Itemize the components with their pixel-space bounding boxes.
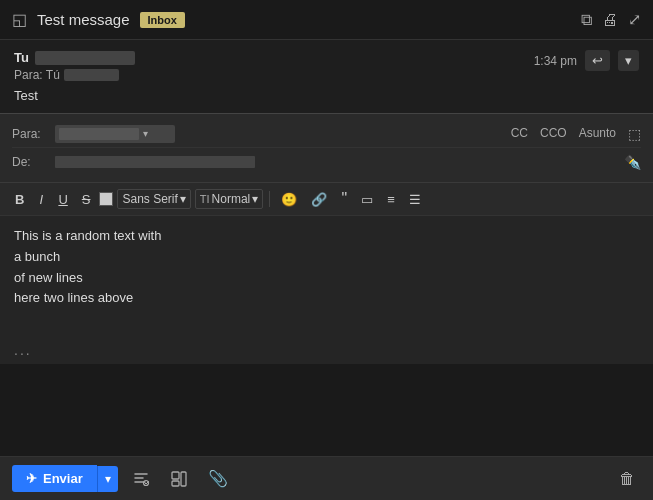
strikethrough-button[interactable]: S bbox=[77, 190, 96, 209]
cco-button[interactable]: CCO bbox=[540, 126, 567, 142]
svg-point-0 bbox=[143, 480, 148, 485]
email-view-panel: Tu Para: Tú 1:34 pm ↩ ▾ Test bbox=[0, 40, 653, 114]
body-line-4: here two lines above bbox=[14, 288, 639, 309]
font-size-ti-icon: TI bbox=[200, 193, 210, 205]
de-field-row: De: ✒️ bbox=[12, 148, 641, 176]
email-view-header: Tu Para: Tú 1:34 pm ↩ ▾ bbox=[14, 50, 639, 82]
top-header: ◱ Test message Inbox ⧉ 🖨 ⤢ bbox=[0, 0, 653, 40]
from-redacted bbox=[55, 156, 255, 168]
font-family-select[interactable]: Sans Serif ▾ bbox=[117, 189, 190, 209]
para-input-area[interactable]: ▾ bbox=[55, 125, 503, 143]
svg-rect-3 bbox=[181, 472, 186, 486]
email-body-subject: Test bbox=[14, 88, 639, 103]
window-icon-1[interactable]: ⧉ bbox=[581, 11, 592, 29]
body-line-1: This is a random text with bbox=[14, 226, 639, 247]
cc-button[interactable]: CC bbox=[511, 126, 528, 142]
sender-redacted bbox=[35, 51, 135, 65]
recipient-dropdown-icon[interactable]: ▾ bbox=[143, 128, 148, 139]
recipient-redacted-chip bbox=[59, 128, 139, 140]
reply-button[interactable]: ↩ bbox=[585, 50, 610, 71]
underline-button[interactable]: U bbox=[53, 190, 72, 209]
body-line-2: a bunch bbox=[14, 247, 639, 268]
compose-ellipsis[interactable]: ... bbox=[0, 336, 653, 364]
header-right: ⧉ 🖨 ⤢ bbox=[581, 10, 641, 29]
templates-icon bbox=[170, 470, 188, 488]
header-left: ◱ Test message Inbox bbox=[12, 10, 185, 29]
para-label: Para: bbox=[12, 127, 47, 141]
compose-fields: Para: ▾ CC CCO Asunto ⬚ De: bbox=[0, 114, 653, 183]
send-dropdown-button[interactable]: ▾ bbox=[97, 466, 118, 492]
app-container: ◱ Test message Inbox ⧉ 🖨 ⤢ Tu Para: Tú bbox=[0, 0, 653, 500]
block-button[interactable]: ▭ bbox=[356, 190, 378, 209]
more-actions-button[interactable]: ▾ bbox=[618, 50, 639, 71]
font-size-dropdown-icon: ▾ bbox=[252, 192, 258, 206]
sender-name: Tu bbox=[14, 50, 135, 65]
templates-button[interactable] bbox=[164, 466, 194, 492]
email-view-right: 1:34 pm ↩ ▾ bbox=[534, 50, 639, 71]
signature-icon[interactable]: ✒️ bbox=[624, 154, 641, 170]
recipient-redacted bbox=[64, 69, 119, 81]
font-size-select[interactable]: TI Normal ▾ bbox=[195, 189, 263, 209]
emoji-button[interactable]: 🙂 bbox=[276, 190, 302, 209]
para-field-row: Para: ▾ CC CCO Asunto ⬚ bbox=[12, 120, 641, 148]
expand-icon[interactable]: ⬚ bbox=[628, 126, 641, 142]
email-subject-title: Test message bbox=[37, 11, 130, 28]
ordered-list-button[interactable]: ≡ bbox=[382, 190, 400, 209]
attachment-button[interactable]: 📎 bbox=[202, 465, 234, 492]
compose-section: Para: ▾ CC CCO Asunto ⬚ De: bbox=[0, 114, 653, 500]
de-input-area[interactable] bbox=[55, 156, 616, 168]
compose-body[interactable]: This is a random text with a bunch of ne… bbox=[0, 216, 653, 336]
body-line-3: of new lines bbox=[14, 268, 639, 289]
svg-rect-2 bbox=[172, 481, 179, 486]
email-time: 1:34 pm bbox=[534, 54, 577, 68]
toolbar-divider-1 bbox=[269, 191, 270, 207]
de-label: De: bbox=[12, 155, 47, 169]
quote-button[interactable]: " bbox=[336, 188, 352, 210]
print-icon[interactable]: 🖨 bbox=[602, 11, 618, 29]
send-plane-icon: ✈ bbox=[26, 471, 37, 486]
svg-rect-1 bbox=[172, 472, 179, 479]
send-button[interactable]: ✈ Enviar bbox=[12, 465, 97, 492]
compose-toolbar: B I U S Sans Serif ▾ TI Normal ▾ 🙂 🔗 " ▭… bbox=[0, 183, 653, 216]
send-label: Enviar bbox=[43, 471, 83, 486]
format-icon bbox=[132, 470, 150, 488]
para-line: Para: Tú bbox=[14, 68, 135, 82]
inbox-badge[interactable]: Inbox bbox=[140, 12, 185, 28]
italic-button[interactable]: I bbox=[33, 190, 49, 209]
compose-footer: ✈ Enviar ▾ 📎 🗑 bbox=[0, 456, 653, 500]
unordered-list-button[interactable]: ☰ bbox=[404, 190, 426, 209]
asunto-button[interactable]: Asunto bbox=[579, 126, 616, 142]
color-swatch[interactable] bbox=[99, 192, 113, 206]
bold-button[interactable]: B bbox=[10, 190, 29, 209]
chat-icon: ◱ bbox=[12, 10, 27, 29]
font-family-dropdown-icon: ▾ bbox=[180, 192, 186, 206]
format-button[interactable] bbox=[126, 466, 156, 492]
recipient-chip[interactable]: ▾ bbox=[55, 125, 175, 143]
delete-button[interactable]: 🗑 bbox=[613, 466, 641, 492]
link-button[interactable]: 🔗 bbox=[306, 190, 332, 209]
cc-cco-asunto-actions: CC CCO Asunto ⬚ bbox=[511, 126, 641, 142]
external-icon[interactable]: ⤢ bbox=[628, 10, 641, 29]
sender-info: Tu Para: Tú bbox=[14, 50, 135, 82]
send-button-group: ✈ Enviar ▾ bbox=[12, 465, 118, 492]
